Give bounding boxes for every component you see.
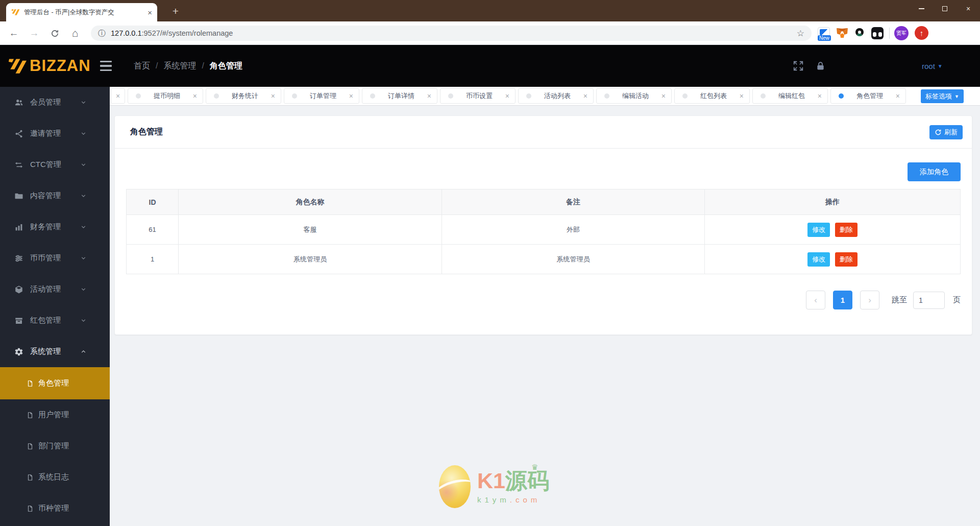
sidebar-subitem-coins[interactable]: 币种管理 xyxy=(0,493,110,524)
new-tab-button[interactable]: + xyxy=(168,4,183,18)
sidebar-subitem-users[interactable]: 用户管理 xyxy=(0,399,110,431)
page-title: 角色管理 xyxy=(130,127,163,137)
app-tab[interactable]: 活动列表× xyxy=(518,88,594,104)
browser-tab-title: 管理后台 - 币严|全球数字资产交 xyxy=(24,8,143,17)
address-bar[interactable]: ⓘ 127.0.0.1:9527/#/system/rolemanage ☆ xyxy=(91,26,812,41)
cell-note: 外部 xyxy=(442,215,705,245)
tab-close-icon[interactable]: × xyxy=(271,92,275,100)
tab-close-icon[interactable]: × xyxy=(740,92,744,100)
bookmark-star-icon[interactable]: ☆ xyxy=(797,28,804,39)
app-tab-active[interactable]: 角色管理× xyxy=(830,88,906,104)
sidebar-item-ctc[interactable]: CTC管理 xyxy=(0,149,110,180)
maximize-button[interactable] xyxy=(933,0,957,17)
tab-close-icon[interactable]: × xyxy=(662,92,666,100)
watermark-egg-logo xyxy=(439,465,471,508)
menu-toggle-icon[interactable] xyxy=(100,61,112,71)
browser-profile-avatar[interactable]: 贤军 xyxy=(894,26,909,40)
watermark-brand: K1源码 xyxy=(477,469,549,492)
sidebar-item-redpacket[interactable]: 红包管理 xyxy=(0,305,110,336)
sidebar-item-members[interactable]: 会员管理 xyxy=(0,87,110,118)
sidebar-item-system[interactable]: 系统管理 xyxy=(0,336,110,367)
breadcrumb-home[interactable]: 首页 xyxy=(134,61,150,71)
edit-button[interactable]: 修改 xyxy=(807,252,830,267)
close-window-button[interactable]: × xyxy=(957,0,980,17)
document-icon xyxy=(27,443,34,450)
breadcrumb-system[interactable]: 系统管理 xyxy=(163,61,196,71)
site-info-icon[interactable]: ⓘ xyxy=(98,29,106,38)
tab-status-dot xyxy=(839,93,844,99)
extension-ring-icon[interactable] xyxy=(855,28,864,36)
folder-icon xyxy=(14,192,23,201)
tag-options-button[interactable]: 标签选项 ▼ xyxy=(921,89,964,103)
edit-button[interactable]: 修改 xyxy=(807,223,830,237)
tab-close-icon[interactable]: × xyxy=(896,92,900,100)
tab-close-icon[interactable]: × xyxy=(505,92,509,100)
delete-button[interactable]: 删除 xyxy=(835,223,857,237)
prev-page-button[interactable]: ‹ xyxy=(806,291,825,309)
home-icon[interactable]: ⌂ xyxy=(68,27,82,40)
fullscreen-icon[interactable] xyxy=(793,60,805,73)
back-icon[interactable]: ← xyxy=(7,27,20,40)
sidebar-item-content[interactable]: 内容管理 xyxy=(0,180,110,211)
user-menu[interactable]: root ▼ xyxy=(922,45,943,87)
pagination: ‹ 1 › 跳至 页 xyxy=(126,291,961,309)
tab-close-icon[interactable]: × xyxy=(193,92,197,100)
sidebar-item-exchange[interactable]: 币币管理 xyxy=(0,243,110,274)
delete-button[interactable]: 删除 xyxy=(835,252,857,267)
jump-page-input[interactable] xyxy=(913,292,945,309)
app-tab[interactable]: 红包列表× xyxy=(674,88,750,104)
page-1-button[interactable]: 1 xyxy=(833,291,852,309)
tab-status-dot xyxy=(448,93,453,99)
browser-tabstrip: 管理后台 - 币严|全球数字资产交 × + × xyxy=(0,0,980,21)
tab-close-icon[interactable]: × xyxy=(116,92,120,100)
window-controls: × xyxy=(910,0,980,17)
sidebar-subitem-roles[interactable]: 角色管理 xyxy=(0,367,110,399)
cell-role-name: 系统管理员 xyxy=(179,245,442,274)
lock-icon[interactable] xyxy=(815,60,827,73)
metamask-fox-icon[interactable] xyxy=(836,27,848,41)
tab-close-icon[interactable]: × xyxy=(818,92,822,100)
sidebar-subitem-departments[interactable]: 部门管理 xyxy=(0,431,110,462)
chevron-up-icon xyxy=(80,348,87,355)
forward-icon[interactable]: → xyxy=(28,27,41,40)
sidebar-item-activity[interactable]: 活动管理 xyxy=(0,274,110,305)
sliders-icon xyxy=(14,254,23,263)
tab-status-dot xyxy=(604,93,609,99)
browser-tab[interactable]: 管理后台 - 币严|全球数字资产交 × xyxy=(6,3,157,21)
add-role-button[interactable]: 添加角色 xyxy=(908,162,961,181)
refresh-button[interactable]: 刷新 xyxy=(929,125,963,139)
tab-status-dot xyxy=(214,93,219,99)
sidebar-subitem-syslog[interactable]: 系统日志 xyxy=(0,462,110,493)
app-logo[interactable]: BIZZAN xyxy=(8,45,91,87)
col-note: 备注 xyxy=(442,189,705,215)
bar-chart-icon xyxy=(14,223,23,232)
app-tab[interactable]: 订单管理× xyxy=(284,88,359,104)
minimize-button[interactable] xyxy=(910,0,933,17)
app-tab[interactable]: 编辑活动× xyxy=(596,88,672,104)
reload-icon[interactable] xyxy=(48,27,61,40)
browser-update-icon[interactable]: ↑ xyxy=(915,26,928,40)
extension-new-icon[interactable]: New xyxy=(818,27,830,39)
tab-close-icon[interactable]: × xyxy=(349,92,353,100)
card-header: 角色管理 刷新 xyxy=(115,116,972,149)
logo-text: BIZZAN xyxy=(30,57,91,75)
chevron-down-icon xyxy=(80,317,87,324)
cell-actions: 修改 删除 xyxy=(705,245,961,274)
chevron-down-icon xyxy=(80,161,87,168)
tab-close-icon[interactable]: × xyxy=(427,92,431,100)
app-tab[interactable]: 编辑红包× xyxy=(752,88,828,104)
chevron-down-icon xyxy=(80,193,87,199)
app-tab-partial[interactable]: × xyxy=(111,88,125,104)
sidebar-item-invites[interactable]: 邀请管理 xyxy=(0,118,110,149)
role-manage-card: 角色管理 刷新 添加角色 ID 角色名称 备注 xyxy=(114,115,972,335)
tab-close-icon[interactable]: × xyxy=(148,9,152,16)
app-tab[interactable]: 财务统计× xyxy=(206,88,281,104)
tab-close-icon[interactable]: × xyxy=(583,92,587,100)
app-tab[interactable]: 币币设置× xyxy=(440,88,516,104)
extension-dark-icon[interactable] xyxy=(871,27,884,39)
app-tab[interactable]: 提币明细× xyxy=(128,88,203,104)
sidebar-item-finance[interactable]: 财务管理 xyxy=(0,211,110,243)
next-page-button[interactable]: › xyxy=(860,291,879,309)
chevron-down-icon xyxy=(80,255,87,261)
app-tab[interactable]: 订单详情× xyxy=(362,88,437,104)
